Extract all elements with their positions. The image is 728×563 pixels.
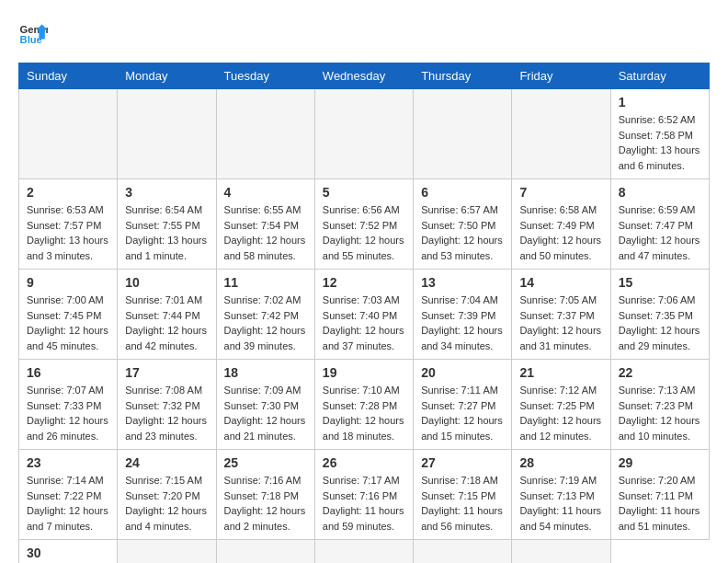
- day-info: Sunrise: 6:52 AM Sunset: 7:58 PM Dayligh…: [619, 112, 701, 173]
- day-info: Sunrise: 6:54 AM Sunset: 7:55 PM Dayligh…: [125, 202, 208, 263]
- day-info: Sunrise: 6:56 AM Sunset: 7:52 PM Dayligh…: [323, 202, 405, 263]
- day-cell-27: 27 Sunrise: 7:18 AM Sunset: 7:15 PM Dayl…: [414, 450, 512, 540]
- day-info: Sunrise: 7:19 AM Sunset: 7:13 PM Dayligh…: [519, 473, 602, 534]
- day-info: Sunrise: 7:15 AM Sunset: 7:20 PM Dayligh…: [125, 473, 208, 534]
- day-info: Sunrise: 7:05 AM Sunset: 7:37 PM Dayligh…: [519, 293, 602, 353]
- day-info: Sunrise: 6:55 AM Sunset: 7:54 PM Dayligh…: [224, 202, 307, 263]
- day-cell-15: 15 Sunrise: 7:06 AM Sunset: 7:35 PM Dayl…: [610, 270, 709, 360]
- day-info: Sunrise: 7:18 AM Sunset: 7:15 PM Dayligh…: [421, 473, 504, 534]
- day-cell-20: 20 Sunrise: 7:11 AM Sunset: 7:27 PM Dayl…: [414, 360, 512, 450]
- day-info: Sunrise: 6:57 AM Sunset: 7:50 PM Dayligh…: [421, 202, 504, 263]
- day-info: Sunrise: 7:20 AM Sunset: 7:11 PM Dayligh…: [619, 473, 701, 534]
- empty-cell: [118, 89, 216, 179]
- day-info: Sunrise: 6:53 AM Sunset: 7:57 PM Dayligh…: [27, 202, 109, 263]
- day-number: 15: [619, 275, 701, 290]
- svg-text:Blue: Blue: [20, 34, 42, 45]
- day-number: 14: [519, 275, 602, 290]
- day-cell-9: 9 Sunrise: 7:00 AM Sunset: 7:45 PM Dayli…: [19, 270, 118, 360]
- day-number: 3: [125, 185, 208, 200]
- day-cell-28: 28 Sunrise: 7:19 AM Sunset: 7:13 PM Dayl…: [512, 450, 610, 540]
- day-cell-1: 1 Sunrise: 6:52 AM Sunset: 7:58 PM Dayli…: [610, 89, 709, 179]
- day-number: 4: [224, 185, 307, 200]
- day-number: 27: [421, 455, 504, 470]
- day-cell-2: 2 Sunrise: 6:53 AM Sunset: 7:57 PM Dayli…: [19, 179, 118, 270]
- empty-cell: [216, 89, 314, 179]
- weekday-header-tuesday: Tuesday: [216, 63, 314, 89]
- day-info: Sunrise: 7:09 AM Sunset: 7:30 PM Dayligh…: [224, 383, 307, 443]
- day-number: 6: [421, 185, 504, 200]
- day-cell-23: 23 Sunrise: 7:14 AM Sunset: 7:22 PM Dayl…: [19, 450, 118, 540]
- empty-cell: [118, 540, 216, 564]
- day-number: 12: [323, 275, 405, 290]
- day-number: 18: [224, 365, 307, 380]
- day-cell-12: 12 Sunrise: 7:03 AM Sunset: 7:40 PM Dayl…: [314, 270, 413, 360]
- day-info: Sunrise: 7:03 AM Sunset: 7:40 PM Dayligh…: [323, 293, 405, 353]
- day-number: 26: [323, 455, 405, 470]
- weekday-header-wednesday: Wednesday: [314, 63, 413, 89]
- day-cell-17: 17 Sunrise: 7:08 AM Sunset: 7:32 PM Dayl…: [118, 360, 216, 450]
- day-number: 16: [27, 365, 109, 380]
- day-number: 7: [519, 185, 602, 200]
- day-number: 17: [125, 365, 208, 380]
- day-number: 1: [619, 95, 701, 109]
- empty-cell: [512, 540, 610, 564]
- empty-cell: [512, 89, 610, 179]
- day-info: Sunrise: 7:00 AM Sunset: 7:45 PM Dayligh…: [27, 293, 109, 353]
- day-info: Sunrise: 7:12 AM Sunset: 7:25 PM Dayligh…: [519, 383, 602, 443]
- weekday-header-saturday: Saturday: [610, 63, 709, 89]
- empty-cell: [414, 89, 512, 179]
- day-cell-4: 4 Sunrise: 6:55 AM Sunset: 7:54 PM Dayli…: [216, 179, 314, 270]
- day-number: 29: [619, 455, 701, 470]
- day-cell-19: 19 Sunrise: 7:10 AM Sunset: 7:28 PM Dayl…: [314, 360, 413, 450]
- empty-cell: [216, 540, 314, 564]
- day-cell-6: 6 Sunrise: 6:57 AM Sunset: 7:50 PM Dayli…: [414, 179, 512, 270]
- day-number: 30: [27, 546, 109, 560]
- day-number: 13: [421, 275, 504, 290]
- day-number: 9: [27, 275, 109, 290]
- day-cell-10: 10 Sunrise: 7:01 AM Sunset: 7:44 PM Dayl…: [118, 270, 216, 360]
- day-number: 28: [519, 455, 602, 470]
- weekday-header-sunday: Sunday: [19, 63, 118, 89]
- day-number: 8: [619, 185, 701, 200]
- day-info: Sunrise: 7:04 AM Sunset: 7:39 PM Dayligh…: [421, 293, 504, 353]
- empty-cell: [19, 89, 118, 179]
- empty-cell: [414, 540, 512, 564]
- day-cell-24: 24 Sunrise: 7:15 AM Sunset: 7:20 PM Dayl…: [118, 450, 216, 540]
- logo-icon: General Blue: [18, 18, 48, 48]
- day-info: Sunrise: 7:01 AM Sunset: 7:44 PM Dayligh…: [125, 293, 208, 353]
- weekday-header-friday: Friday: [512, 63, 610, 89]
- day-info: Sunrise: 7:10 AM Sunset: 7:28 PM Dayligh…: [323, 383, 405, 443]
- day-info: Sunrise: 7:02 AM Sunset: 7:42 PM Dayligh…: [224, 293, 307, 353]
- day-cell-11: 11 Sunrise: 7:02 AM Sunset: 7:42 PM Dayl…: [216, 270, 314, 360]
- day-cell-14: 14 Sunrise: 7:05 AM Sunset: 7:37 PM Dayl…: [512, 270, 610, 360]
- day-cell-30: 30 Sunrise: 7:21 AM Sunset: 7:10 PM Dayl…: [19, 540, 118, 564]
- day-number: 23: [27, 455, 109, 470]
- day-info: Sunrise: 7:07 AM Sunset: 7:33 PM Dayligh…: [27, 383, 109, 443]
- day-info: Sunrise: 6:58 AM Sunset: 7:49 PM Dayligh…: [519, 202, 602, 263]
- day-number: 5: [323, 185, 405, 200]
- day-cell-22: 22 Sunrise: 7:13 AM Sunset: 7:23 PM Dayl…: [610, 360, 709, 450]
- day-cell-3: 3 Sunrise: 6:54 AM Sunset: 7:55 PM Dayli…: [118, 179, 216, 270]
- day-number: 2: [27, 185, 109, 200]
- day-number: 19: [323, 365, 405, 380]
- day-info: Sunrise: 6:59 AM Sunset: 7:47 PM Dayligh…: [619, 202, 701, 263]
- day-cell-25: 25 Sunrise: 7:16 AM Sunset: 7:18 PM Dayl…: [216, 450, 314, 540]
- day-number: 24: [125, 455, 208, 470]
- day-info: Sunrise: 7:08 AM Sunset: 7:32 PM Dayligh…: [125, 383, 208, 443]
- day-cell-21: 21 Sunrise: 7:12 AM Sunset: 7:25 PM Dayl…: [512, 360, 610, 450]
- day-cell-16: 16 Sunrise: 7:07 AM Sunset: 7:33 PM Dayl…: [19, 360, 118, 450]
- empty-cell: [314, 540, 413, 564]
- day-number: 10: [125, 275, 208, 290]
- calendar-table: SundayMondayTuesdayWednesdayThursdayFrid…: [18, 63, 710, 563]
- day-cell-18: 18 Sunrise: 7:09 AM Sunset: 7:30 PM Dayl…: [216, 360, 314, 450]
- day-cell-5: 5 Sunrise: 6:56 AM Sunset: 7:52 PM Dayli…: [314, 179, 413, 270]
- weekday-header-monday: Monday: [118, 63, 216, 89]
- day-number: 11: [224, 275, 307, 290]
- day-cell-26: 26 Sunrise: 7:17 AM Sunset: 7:16 PM Dayl…: [314, 450, 413, 540]
- page-header: General Blue: [18, 18, 710, 48]
- day-info: Sunrise: 7:06 AM Sunset: 7:35 PM Dayligh…: [619, 293, 701, 353]
- day-number: 21: [519, 365, 602, 380]
- day-info: Sunrise: 7:11 AM Sunset: 7:27 PM Dayligh…: [421, 383, 504, 443]
- day-number: 20: [421, 365, 504, 380]
- day-cell-13: 13 Sunrise: 7:04 AM Sunset: 7:39 PM Dayl…: [414, 270, 512, 360]
